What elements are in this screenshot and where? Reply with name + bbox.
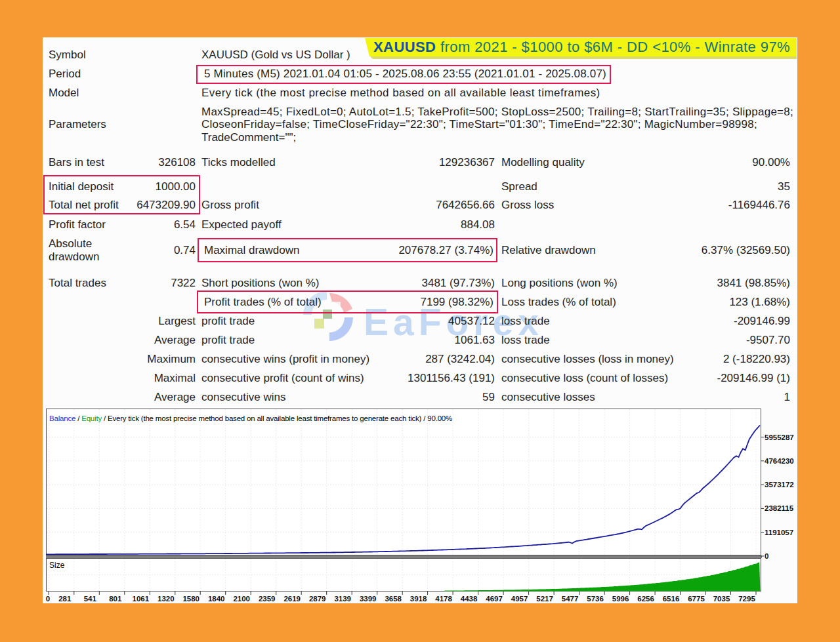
svg-text:2359: 2359 — [259, 595, 276, 603]
svg-text:4957: 4957 — [511, 595, 528, 603]
svg-text:7295: 7295 — [738, 595, 755, 603]
svg-text:3658: 3658 — [385, 595, 402, 603]
svg-text:5996: 5996 — [612, 595, 629, 603]
svg-text:3399: 3399 — [360, 595, 377, 603]
svg-text:1580: 1580 — [182, 595, 200, 603]
svg-text:801: 801 — [109, 595, 122, 603]
svg-text:541: 541 — [84, 595, 97, 603]
svg-text:1840: 1840 — [208, 595, 225, 603]
svg-text:2619: 2619 — [284, 595, 301, 603]
svg-text:0: 0 — [765, 552, 768, 560]
svg-text:5736: 5736 — [587, 595, 604, 603]
svg-text:3918: 3918 — [410, 595, 427, 603]
svg-text:2100: 2100 — [233, 595, 250, 603]
svg-text:4438: 4438 — [461, 595, 478, 603]
svg-text:7035: 7035 — [713, 595, 730, 603]
svg-text:4178: 4178 — [435, 595, 452, 603]
svg-text:1061: 1061 — [133, 595, 150, 603]
svg-text:2382115: 2382115 — [765, 504, 794, 512]
svg-text:5217: 5217 — [536, 595, 553, 603]
svg-text:5477: 5477 — [562, 595, 579, 603]
svg-text:0: 0 — [46, 595, 50, 603]
svg-text:3573172: 3573172 — [765, 481, 794, 489]
svg-text:5955287: 5955287 — [765, 433, 794, 441]
svg-text:6516: 6516 — [663, 595, 680, 603]
svg-text:1320: 1320 — [158, 595, 175, 603]
svg-text:2879: 2879 — [309, 595, 326, 603]
svg-text:281: 281 — [58, 595, 72, 603]
svg-text:4697: 4697 — [486, 595, 503, 603]
svg-text:4764230: 4764230 — [765, 457, 794, 465]
svg-text:1191057: 1191057 — [765, 529, 793, 536]
svg-text:6256: 6256 — [637, 595, 654, 603]
svg-text:6775: 6775 — [688, 595, 705, 603]
svg-text:3139: 3139 — [334, 595, 351, 603]
